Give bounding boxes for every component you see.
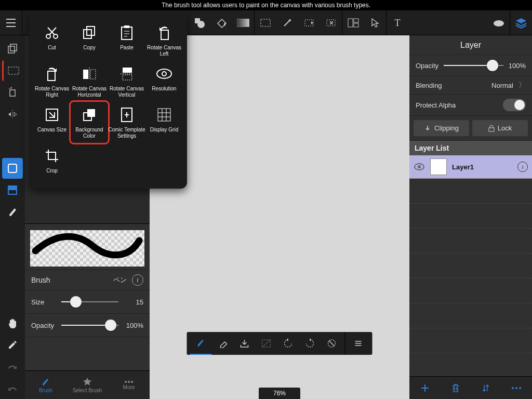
reset-rotation-icon — [327, 338, 337, 349]
svg-rect-23 — [489, 128, 494, 131]
reference-button[interactable] — [488, 10, 510, 35]
hamburger-menu-button[interactable] — [0, 10, 22, 35]
selection-button[interactable] — [2, 60, 23, 81]
menu-rotate-left[interactable]: Rotate Canvas Left — [145, 20, 183, 61]
delete-layer-button[interactable] — [451, 383, 460, 393]
quick-rotate-cw-button[interactable] — [299, 332, 321, 355]
hand-tool-button[interactable] — [2, 313, 23, 334]
layer-more-button[interactable] — [511, 387, 522, 390]
menu-copy[interactable]: Copy — [71, 20, 108, 61]
tab-select-brush[interactable]: Select Brush — [66, 371, 108, 399]
layer-blending-row[interactable]: Blending Normal 〉 — [409, 76, 532, 95]
quick-rotate-ccw-button[interactable] — [277, 332, 299, 355]
canvas-surface[interactable] — [150, 35, 409, 378]
menu-rotate-horizontal[interactable]: Rotate Canvas Horizontal — [71, 61, 108, 102]
menu-display-grid[interactable]: Display Grid — [145, 102, 183, 143]
protect-alpha-toggle[interactable] — [503, 99, 526, 111]
pen-button[interactable] — [2, 202, 23, 222]
brush-preview[interactable] — [30, 230, 144, 267]
rotate-ccw-icon — [283, 338, 294, 349]
flip-h-icon — [82, 66, 97, 81]
eraser-icon — [218, 339, 228, 348]
clipping-label: Clipping — [434, 124, 459, 132]
svg-point-22 — [131, 381, 133, 383]
layer-slot — [409, 254, 532, 278]
layer-row[interactable]: Layer1 i — [409, 155, 532, 179]
eyedropper-button[interactable] — [2, 335, 23, 355]
redo-button[interactable] — [2, 356, 23, 377]
paste-icon — [120, 25, 134, 41]
trash-icon — [451, 383, 460, 393]
menu-rotate-vertical[interactable]: Rotate Canvas Vertical — [108, 61, 145, 102]
add-layer-button[interactable] — [420, 383, 430, 393]
quick-more-button[interactable] — [348, 332, 369, 355]
eraser-marquee-button[interactable] — [320, 10, 342, 35]
zoom-indicator[interactable]: 76% — [259, 388, 300, 399]
svg-rect-7 — [354, 19, 358, 22]
quick-reset-rotation-button[interactable] — [321, 332, 343, 355]
bucket-tool-button[interactable] — [210, 10, 232, 35]
separator — [22, 10, 22, 35]
square-filled-icon — [7, 163, 18, 174]
menu-cut[interactable]: Cut — [33, 20, 71, 61]
brush-size-label: Size — [31, 298, 56, 306]
brush-mode-filled-button[interactable] — [2, 158, 23, 179]
menu-rotate-right[interactable]: Rotate Canvas Right — [33, 61, 71, 102]
shape-tool-button[interactable] — [189, 10, 210, 35]
tab-brush[interactable]: Brush — [25, 371, 66, 399]
quick-brush-button[interactable] — [190, 332, 212, 355]
quick-selection-disabled-button[interactable] — [256, 332, 277, 355]
rotate-right-icon — [45, 66, 59, 82]
menu-canvas-size-label: Canvas Size — [37, 127, 66, 133]
menu-comic-template[interactable]: Comic Template Settings — [108, 102, 145, 143]
canvas-area: 76% — [150, 35, 409, 399]
marquee-tool-button[interactable] — [255, 10, 276, 35]
menu-crop[interactable]: Crop — [33, 143, 71, 178]
lock-label: Lock — [498, 124, 512, 132]
save-tray-icon — [240, 339, 250, 348]
clip-arrow-icon — [424, 125, 431, 132]
svg-rect-1 — [195, 18, 200, 23]
separator — [345, 332, 345, 355]
layer-slot — [409, 179, 532, 204]
menu-background-color[interactable]: Background Color — [71, 102, 108, 143]
rotate-button[interactable] — [2, 82, 23, 103]
brush-tabs: Brush Select Brush More — [25, 370, 150, 399]
pointer-tool-button[interactable] — [364, 10, 386, 35]
brush-info-button[interactable]: i — [132, 274, 143, 286]
panel-tool-button[interactable] — [342, 10, 364, 35]
menu-resolution[interactable]: Resolution — [145, 61, 183, 102]
brush-opacity-value: 100% — [124, 322, 143, 329]
layer-info-button[interactable]: i — [517, 162, 528, 172]
brush-size-slider[interactable] — [61, 296, 118, 308]
layers-button[interactable] — [510, 10, 532, 35]
text-tool-button[interactable]: T — [387, 10, 408, 35]
duplicate-button[interactable] — [2, 38, 23, 59]
lock-button[interactable]: Lock — [472, 120, 528, 136]
tab-more-label: More — [123, 384, 135, 390]
more-lines-icon — [354, 340, 363, 347]
flip-button[interactable] — [2, 104, 23, 125]
pointer-icon — [370, 18, 380, 28]
undo-button[interactable] — [2, 378, 23, 399]
layer-opacity-slider[interactable] — [444, 59, 503, 72]
clipping-button[interactable]: Clipping — [414, 120, 469, 136]
svg-rect-47 — [158, 109, 170, 121]
reorder-layer-button[interactable] — [481, 383, 490, 393]
lock-icon — [488, 125, 495, 132]
brush-mode-outline-button[interactable] — [2, 180, 23, 201]
tab-more[interactable]: More — [108, 371, 150, 399]
menu-canvas-size[interactable]: Canvas Size — [33, 102, 71, 143]
gradient-tool-button[interactable] — [232, 10, 254, 35]
visibility-icon[interactable] — [414, 163, 425, 171]
svg-rect-33 — [122, 27, 132, 39]
svg-rect-40 — [123, 75, 132, 80]
quick-eraser-button[interactable] — [212, 332, 234, 355]
transform-button[interactable] — [298, 10, 320, 35]
layer-panel: Layer Opacity 100% Blending Normal 〉 Pro… — [409, 35, 532, 399]
menu-paste[interactable]: Paste — [108, 20, 145, 61]
brush-opacity-slider[interactable] — [61, 319, 118, 331]
quick-save-button[interactable] — [234, 332, 256, 355]
hamburger-icon — [5, 17, 17, 29]
magic-wand-button[interactable] — [276, 10, 298, 35]
